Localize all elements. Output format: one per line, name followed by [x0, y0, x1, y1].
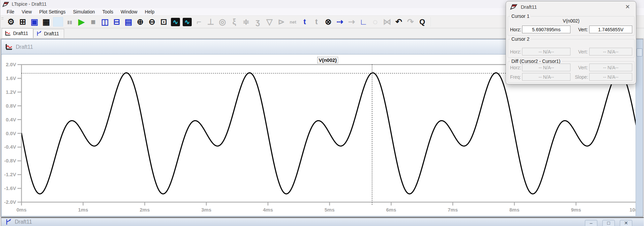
zoom-out-icon[interactable]: ⊖: [146, 16, 158, 27]
toolbar-separator: [431, 17, 431, 27]
zoom-in-icon[interactable]: ⊕: [134, 16, 146, 27]
trace-v-n002[interactable]: [21, 73, 638, 194]
net-label-icon[interactable]: ◎: [217, 16, 228, 27]
diode-icon[interactable]: ▽: [264, 16, 275, 27]
tab-waveform-draft11[interactable]: Draft11: [2, 28, 33, 38]
text-tool-icon[interactable]: t: [299, 16, 311, 27]
y-tick-label: -1.6V: [4, 185, 16, 191]
trace-label[interactable]: V(n002): [317, 57, 338, 63]
cursor1-group: Cursor 1 V(n002) Horz: 5.6907895ms Vert:…: [508, 16, 635, 36]
cursor1-vert-label: Vert:: [578, 27, 589, 32]
toolbar-grip[interactable]: ::::::::: [1, 17, 4, 26]
zoom-magnifier-icon[interactable]: Q: [416, 16, 428, 27]
window-right-edge: [636, 40, 643, 216]
menu-view[interactable]: View: [18, 8, 36, 15]
y-tick-label: 0.0V: [6, 130, 16, 136]
net-name-icon[interactable]: net: [287, 16, 299, 27]
cascade-windows-icon[interactable]: ▤: [123, 16, 134, 27]
schematic-tab-icon: [36, 31, 42, 36]
cursor2-vert-value: -- N/A--: [589, 48, 632, 55]
ground-icon[interactable]: ⊥: [205, 16, 217, 27]
component-icon[interactable]: ⊳: [275, 16, 287, 27]
waveform-window-title: Draft11: [16, 44, 33, 50]
undo-icon[interactable]: ↶: [393, 16, 405, 27]
cursor1-horz-value[interactable]: 5.6907895ms: [522, 26, 570, 33]
inductor-icon[interactable]: ʒ: [252, 16, 264, 27]
cursor2-horz-value: -- N/A--: [522, 48, 570, 55]
x-tick-label: 0ms: [16, 207, 27, 213]
waveform-tab-icon: [5, 31, 11, 36]
y-tick-label: -1.2V: [4, 172, 16, 177]
minimize-button[interactable]: –: [585, 220, 597, 226]
ltspice-logo-icon: [510, 4, 517, 10]
x-tick-label: 8ms: [509, 207, 519, 213]
zoom-full-extents-icon[interactable]: ⊡: [158, 16, 170, 27]
cursor-dialog-title: Draft11: [521, 4, 620, 10]
diff-slope-label: Slope:: [575, 74, 589, 80]
cursor-dialog-titlebar[interactable]: Draft11 ✕: [506, 1, 636, 12]
y-tick-label: 1.2V: [6, 89, 16, 95]
x-tick-label: 2ms: [140, 207, 150, 213]
diff-slope-value: -- N/A--: [589, 73, 632, 81]
tab-schematic-draft11[interactable]: Draft11: [33, 29, 64, 38]
diff-group: Diff (Cursor2 - Cursor1) Horz: -- N/A-- …: [508, 61, 635, 83]
menu-window[interactable]: Window: [117, 8, 141, 15]
cursor2-legend: Cursor 2: [510, 36, 531, 42]
cursor-dialog: Draft11 ✕ Cursor 1 V(n002) Horz: 5.69078…: [506, 1, 636, 84]
capacitor-icon[interactable]: ≑: [240, 16, 252, 27]
plot-settings-icon[interactable]: ∿: [181, 16, 193, 27]
menu-plot-settings[interactable]: Plot Settings: [36, 8, 70, 15]
new-schematic-icon[interactable]: ⊞: [17, 16, 29, 27]
paste-icon[interactable]: ⇢: [346, 16, 358, 27]
close-button[interactable]: ✕: [620, 220, 632, 226]
restore-button[interactable]: □: [602, 220, 615, 226]
schematic-window-titlebar[interactable]: Draft11 – □ ✕: [1, 217, 644, 226]
x-tick-label: 4ms: [263, 207, 273, 213]
save-icon[interactable]: ▦: [40, 16, 52, 27]
halt-icon[interactable]: ■: [87, 16, 99, 27]
diff-horz-label: Horz:: [510, 65, 522, 70]
y-tick-label: -0.4V: [4, 144, 16, 150]
blank-slot[interactable]: [52, 16, 64, 27]
wire-icon[interactable]: ⌐: [193, 16, 205, 27]
x-tick-label: 7ms: [448, 207, 458, 213]
mirror-icon[interactable]: ⋈: [381, 16, 393, 27]
redo-icon[interactable]: ↷: [405, 16, 416, 27]
menu-simulation[interactable]: Simulation: [69, 8, 98, 15]
diff-freq-value: -- N/A--: [522, 73, 570, 81]
diff-vert-value: -- N/A--: [589, 64, 632, 71]
window-edge-button[interactable]: [637, 48, 642, 57]
cursor2-group: Cursor 2 Horz: -- N/A-- Vert: -- N/A--: [508, 39, 635, 58]
menu-file[interactable]: File: [3, 8, 18, 15]
tab-label: Draft11: [44, 31, 59, 36]
cursor1-trace-name: V(n002): [508, 18, 634, 24]
cursor1-horz-label: Horz:: [510, 27, 522, 32]
drag-icon[interactable]: ∟: [358, 16, 369, 27]
spice-directive-icon[interactable]: t: [311, 16, 322, 27]
pause-icon[interactable]: ▮▮: [64, 16, 76, 27]
control-panel-icon[interactable]: ⚙: [5, 16, 17, 27]
find-icon[interactable]: ◌: [369, 16, 381, 27]
y-tick-label: -0.8V: [4, 158, 16, 163]
x-tick-label: 3ms: [201, 207, 211, 213]
menu-tools[interactable]: Tools: [99, 8, 117, 15]
diff-vert-label: Vert:: [578, 65, 589, 70]
ltspice-logo-icon: [2, 1, 9, 7]
menu-help[interactable]: Help: [141, 8, 158, 15]
y-tick-label: 0.8V: [6, 103, 16, 109]
y-tick-label: -2.0V: [4, 199, 16, 205]
open-file-icon[interactable]: ▣: [29, 16, 40, 27]
autorange-y-icon[interactable]: ∿: [170, 16, 181, 27]
x-tick-label: 9ms: [571, 207, 581, 213]
run-icon[interactable]: ▶: [76, 16, 87, 27]
tab-label: Draft11: [13, 31, 28, 36]
window-title: LTspice - Draft11: [12, 1, 47, 7]
delete-icon[interactable]: ⊗: [322, 16, 334, 27]
duplicate-icon[interactable]: ⇢: [334, 16, 346, 27]
cursor1-vert-value[interactable]: 1.7465855V: [589, 26, 632, 33]
close-icon[interactable]: ✕: [623, 3, 632, 11]
tile-vertical-icon[interactable]: ◫: [99, 16, 111, 27]
tile-horizontal-icon[interactable]: ⊟: [111, 16, 123, 27]
diff-legend: Diff (Cursor2 - Cursor1): [510, 59, 562, 64]
resistor-icon[interactable]: ξ: [228, 16, 240, 27]
